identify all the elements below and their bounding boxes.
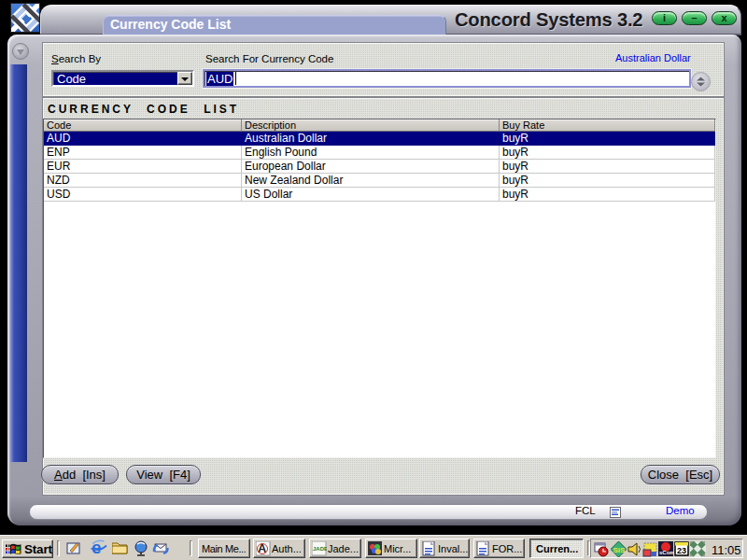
svg-text:23: 23 — [677, 546, 686, 555]
svg-text:sCom: sCom — [659, 550, 674, 555]
svg-text:SiS: SiS — [613, 546, 627, 554]
svg-text:JADE: JADE — [313, 546, 327, 552]
